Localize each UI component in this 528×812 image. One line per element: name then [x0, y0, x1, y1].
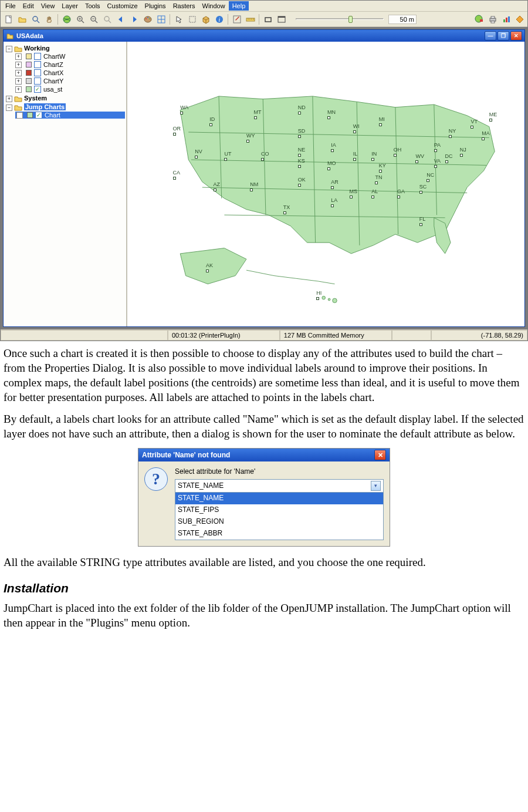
state-label-TX[interactable]: TX — [283, 204, 290, 210]
state-label-NY[interactable]: NY — [449, 128, 456, 134]
state-label-MS[interactable]: MS — [350, 188, 358, 194]
zoom-icon[interactable] — [29, 13, 42, 25]
maximize-icon[interactable] — [275, 13, 287, 25]
menu-layer[interactable]: Layer — [58, 1, 82, 11]
combo-option[interactable]: STATE_NAME — [175, 493, 383, 504]
state-label-ME[interactable]: ME — [489, 112, 497, 117]
tree-expand-icon[interactable]: + — [16, 112, 23, 119]
open-folder-icon[interactable] — [16, 13, 28, 25]
state-label-KY[interactable]: KY — [379, 163, 386, 169]
new-file-icon[interactable] — [2, 13, 15, 25]
forward-arrow-icon[interactable] — [128, 13, 140, 25]
cursor-icon[interactable] — [172, 13, 185, 25]
state-label-DC[interactable]: DC — [445, 153, 453, 159]
scale-thumb[interactable] — [348, 16, 353, 23]
state-label-OK[interactable]: OK — [298, 177, 306, 183]
state-label-MA[interactable]: MA — [482, 130, 490, 136]
folder-label[interactable]: Working — [24, 45, 50, 52]
state-label-UT[interactable]: UT — [224, 151, 231, 157]
globe-flag-icon[interactable] — [473, 13, 485, 25]
state-label-IA[interactable]: IA — [331, 142, 336, 148]
menu-edit[interactable]: Edit — [19, 1, 38, 11]
combo-option[interactable]: SUB_REGION — [175, 516, 383, 528]
state-label-AL[interactable]: AL — [371, 188, 378, 194]
state-label-IN[interactable]: IN — [371, 151, 377, 157]
state-label-MT[interactable]: MT — [254, 109, 262, 115]
state-label-AK[interactable]: AK — [206, 262, 213, 268]
restore-button[interactable]: ❐ — [497, 31, 509, 41]
box-icon[interactable] — [199, 13, 212, 25]
state-label-FL[interactable]: FL — [419, 216, 426, 222]
state-label-KS[interactable]: KS — [298, 158, 305, 164]
dialog-titlebar[interactable]: Attribute 'Name' not found ✕ — [138, 449, 390, 461]
layer-checkbox[interactable] — [34, 61, 41, 68]
globe-icon[interactable] — [60, 13, 73, 25]
state-label-ND[interactable]: ND — [298, 105, 306, 110]
layer-row[interactable]: +ChartY — [15, 78, 125, 85]
layer-row[interactable]: +ChartZ — [15, 61, 125, 68]
tree-expand-icon[interactable]: + — [6, 96, 12, 102]
grid-icon[interactable] — [155, 13, 167, 25]
diamond-icon[interactable] — [513, 13, 526, 25]
layer-row[interactable]: +✓Chart — [15, 112, 125, 119]
layer-checkbox[interactable] — [34, 78, 41, 85]
tree-expand-icon[interactable]: + — [15, 53, 22, 60]
state-label-IL[interactable]: IL — [353, 151, 358, 157]
state-label-MN[interactable]: MN — [327, 109, 336, 115]
zoom-in-icon[interactable] — [74, 13, 86, 25]
tree-expand-icon[interactable]: + — [15, 86, 22, 93]
menu-tools[interactable]: Tools — [82, 1, 104, 11]
pan-hand-icon[interactable] — [43, 13, 55, 25]
state-label-GA[interactable]: GA — [397, 188, 405, 194]
state-label-MI[interactable]: MI — [379, 116, 385, 122]
select-icon[interactable] — [186, 13, 198, 25]
layer-checkbox[interactable]: ✓ — [35, 112, 42, 119]
print-icon[interactable] — [486, 13, 499, 25]
state-label-TN[interactable]: TN — [375, 174, 382, 180]
attribute-combo[interactable]: STATE_NAME ▾ STATE_NAMESTATE_FIPSSUB_REG… — [175, 479, 384, 540]
layer-row[interactable]: +ChartW — [15, 53, 125, 60]
menu-customize[interactable]: Customize — [104, 1, 141, 11]
tree-expand-icon[interactable]: + — [15, 70, 22, 76]
map-panel[interactable]: WAMTNDMNMIMEIDORWYSDWINYVTNEIAPAMANVUTCO… — [127, 42, 524, 326]
menu-help[interactable]: Help — [229, 1, 249, 11]
state-label-MO[interactable]: MO — [327, 160, 336, 166]
state-label-WA[interactable]: WA — [180, 105, 188, 110]
state-label-AR[interactable]: AR — [331, 179, 339, 185]
state-label-OR[interactable]: OR — [173, 126, 181, 132]
combo-selected[interactable]: STATE_NAME ▾ — [175, 480, 383, 492]
scale-slider[interactable] — [296, 18, 384, 20]
info-icon[interactable]: i — [213, 13, 225, 25]
chevron-down-icon[interactable]: ▾ — [371, 481, 381, 491]
state-label-NV[interactable]: NV — [195, 149, 202, 154]
layer-checkbox[interactable]: ✓ — [34, 86, 41, 93]
state-label-OH[interactable]: OH — [394, 147, 402, 153]
state-label-ID[interactable]: ID — [209, 116, 215, 122]
state-label-VA[interactable]: VA — [434, 158, 441, 164]
state-label-AZ[interactable]: AZ — [214, 181, 221, 187]
layer-row[interactable]: +✓usa_st — [15, 86, 125, 93]
state-label-WV[interactable]: WV — [415, 153, 424, 159]
state-label-CO[interactable]: CO — [261, 151, 269, 157]
menu-file[interactable]: File — [2, 1, 19, 11]
state-label-LA[interactable]: LA — [331, 197, 337, 203]
state-label-SD[interactable]: SD — [298, 128, 306, 134]
state-label-HI[interactable]: HI — [316, 290, 321, 296]
folder-label[interactable]: System — [24, 95, 47, 102]
state-label-NC[interactable]: NC — [427, 172, 434, 178]
combo-option[interactable]: STATE_FIPS — [175, 504, 383, 516]
dialog-close-button[interactable]: ✕ — [374, 450, 386, 460]
combo-dropdown[interactable]: STATE_NAMESTATE_FIPSSUB_REGIONSTATE_ABBR — [175, 492, 383, 539]
zoom-fit-icon[interactable] — [101, 13, 113, 25]
rectangle-icon[interactable] — [262, 13, 274, 25]
layer-checkbox[interactable] — [34, 53, 41, 60]
state-label-SC[interactable]: SC — [419, 184, 427, 190]
combo-option[interactable]: STATE_ABBR — [175, 528, 383, 540]
document-titlebar[interactable]: USAdata — ❐ ✕ — [4, 30, 524, 42]
state-label-WY[interactable]: WY — [246, 133, 255, 139]
folder-label[interactable]: Jump Charts — [24, 103, 66, 110]
menu-rasters[interactable]: Rasters — [170, 1, 199, 11]
edit-icon[interactable] — [231, 13, 243, 25]
layer-row[interactable]: +ChartX — [15, 69, 125, 76]
state-label-NE[interactable]: NE — [298, 147, 306, 153]
